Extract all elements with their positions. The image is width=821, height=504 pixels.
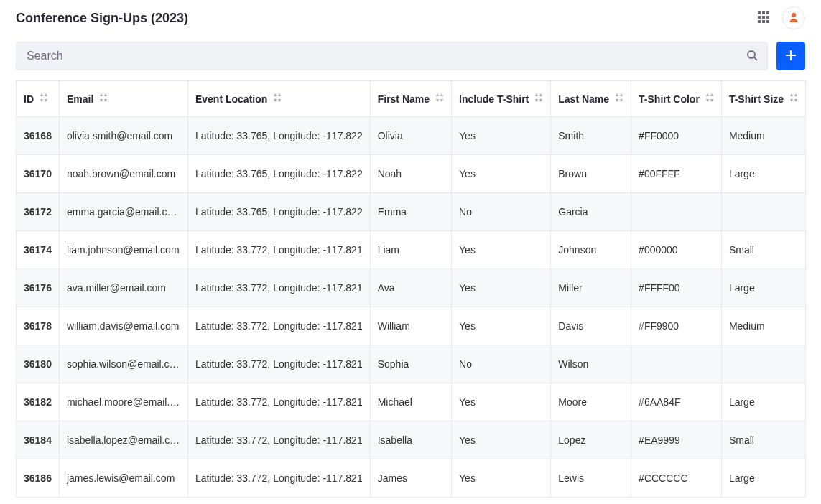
column-label: T-Shirt Size (729, 93, 784, 105)
sort-icon (273, 93, 282, 105)
svg-rect-7 (762, 20, 765, 23)
svg-line-11 (754, 57, 757, 60)
cell-last-name: Moore (551, 383, 631, 421)
column-header-include-tshirt[interactable]: Include T-Shirt (452, 81, 551, 117)
cell-tshirt-color: #FFFF00 (631, 269, 722, 307)
cell-event-location: Latitude: 33.772, Longitude: -117.821 (187, 421, 370, 459)
table-header-row: ID Email (17, 81, 806, 117)
cell-event-location: Latitude: 33.765, Longitude: -117.822 (187, 155, 370, 193)
user-avatar-button[interactable] (782, 6, 805, 29)
cell-include-tshirt: Yes (452, 459, 551, 498)
cell-email: james.lewis@email.com (59, 459, 187, 498)
svg-rect-5 (766, 16, 769, 19)
apps-icon (758, 11, 769, 25)
column-header-tshirt-color[interactable]: T-Shirt Color (631, 81, 722, 117)
sort-icon (435, 93, 444, 105)
header-actions (755, 6, 805, 29)
cell-last-name: Miller (551, 269, 631, 307)
cell-last-name: Davis (551, 307, 631, 345)
column-label: T-Shirt Color (639, 93, 700, 105)
search-button[interactable] (742, 46, 762, 66)
cell-id: 36184 (17, 421, 60, 459)
cell-include-tshirt: Yes (452, 421, 551, 459)
cell-email: liam.johnson@email.com (59, 231, 187, 269)
cell-event-location: Latitude: 33.772, Longitude: -117.821 (187, 459, 370, 498)
cell-include-tshirt: Yes (452, 117, 551, 155)
column-header-last-name[interactable]: Last Name (551, 81, 631, 117)
cell-email: noah.brown@email.com (59, 155, 187, 193)
table-row[interactable]: 36176ava.miller@email.comLatitude: 33.77… (17, 269, 806, 307)
cell-first-name: Sophia (370, 345, 451, 383)
cell-tshirt-size (721, 193, 805, 231)
cell-event-location: Latitude: 33.765, Longitude: -117.822 (187, 117, 370, 155)
column-header-first-name[interactable]: First Name (370, 81, 451, 117)
cell-tshirt-size: Small (721, 421, 805, 459)
svg-rect-8 (766, 20, 769, 23)
cell-email: olivia.smith@email.com (59, 117, 187, 155)
table-row[interactable]: 36174liam.johnson@email.comLatitude: 33.… (17, 231, 806, 269)
cell-include-tshirt: Yes (452, 307, 551, 345)
cell-last-name: Brown (551, 155, 631, 193)
cell-id: 36182 (17, 383, 60, 421)
sort-icon (40, 93, 48, 105)
cell-email: isabella.lopez@email.com (59, 421, 187, 459)
cell-last-name: Smith (551, 117, 631, 155)
cell-first-name: Olivia (370, 117, 451, 155)
cell-tshirt-color: #FF0000 (631, 117, 722, 155)
cell-first-name: James (370, 459, 451, 498)
apps-menu-button[interactable] (755, 9, 772, 27)
cell-tshirt-size: Medium (721, 307, 805, 345)
cell-tshirt-color: #00FFFF (631, 155, 722, 193)
table-row[interactable]: 36180sophia.wilson@email.comLatitude: 33… (17, 345, 806, 383)
cell-tshirt-size: Large (721, 155, 805, 193)
column-header-email[interactable]: Email (59, 81, 187, 117)
cell-tshirt-size: Small (721, 231, 805, 269)
cell-last-name: Lopez (551, 421, 631, 459)
svg-rect-0 (758, 11, 761, 14)
table-row[interactable]: 36168olivia.smith@email.comLatitude: 33.… (17, 117, 806, 155)
page-title: Conference Sign-Ups (2023) (16, 11, 188, 26)
cell-include-tshirt: Yes (452, 231, 551, 269)
cell-include-tshirt: Yes (452, 383, 551, 421)
cell-tshirt-color (631, 345, 722, 383)
cell-last-name: Wilson (551, 345, 631, 383)
table-row[interactable]: 36184isabella.lopez@email.comLatitude: 3… (17, 421, 806, 459)
search-wrap (16, 42, 768, 70)
cell-first-name: Isabella (370, 421, 451, 459)
column-header-id[interactable]: ID (17, 81, 60, 117)
table-row[interactable]: 36186james.lewis@email.comLatitude: 33.7… (17, 459, 806, 498)
table-row[interactable]: 36170noah.brown@email.comLatitude: 33.76… (17, 155, 806, 193)
cell-first-name: Emma (370, 193, 451, 231)
search-icon (746, 50, 758, 63)
column-header-tshirt-size[interactable]: T-Shirt Size (721, 81, 805, 117)
svg-point-10 (748, 51, 755, 58)
table-row[interactable]: 36172emma.garcia@email.comLatitude: 33.7… (17, 193, 806, 231)
cell-id: 36180 (17, 345, 60, 383)
add-button[interactable] (776, 42, 805, 70)
cell-tshirt-color: #6AA84F (631, 383, 722, 421)
column-header-event-location[interactable]: Event Location (187, 81, 370, 117)
cell-tshirt-size: Large (721, 383, 805, 421)
cell-include-tshirt: Yes (452, 155, 551, 193)
svg-point-9 (792, 12, 796, 17)
cell-id: 36186 (17, 459, 60, 498)
table-row[interactable]: 36178william.davis@email.comLatitude: 33… (17, 307, 806, 345)
cell-include-tshirt: No (452, 193, 551, 231)
cell-event-location: Latitude: 33.772, Longitude: -117.821 (187, 231, 370, 269)
sort-icon (534, 93, 543, 105)
cell-last-name: Lewis (551, 459, 631, 498)
cell-event-location: Latitude: 33.772, Longitude: -117.821 (187, 307, 370, 345)
cell-tshirt-size: Medium (721, 117, 805, 155)
table-row[interactable]: 36182michael.moore@email.c...Latitude: 3… (17, 383, 806, 421)
cell-id: 36172 (17, 193, 60, 231)
signups-table: ID Email (16, 80, 806, 498)
cell-tshirt-color (631, 193, 722, 231)
svg-rect-1 (762, 11, 765, 14)
sort-icon (789, 93, 798, 105)
plus-icon (785, 50, 797, 63)
cell-id: 36170 (17, 155, 60, 193)
column-label: First Name (378, 93, 430, 105)
search-input[interactable] (16, 42, 768, 70)
cell-email: william.davis@email.com (59, 307, 187, 345)
cell-id: 36178 (17, 307, 60, 345)
